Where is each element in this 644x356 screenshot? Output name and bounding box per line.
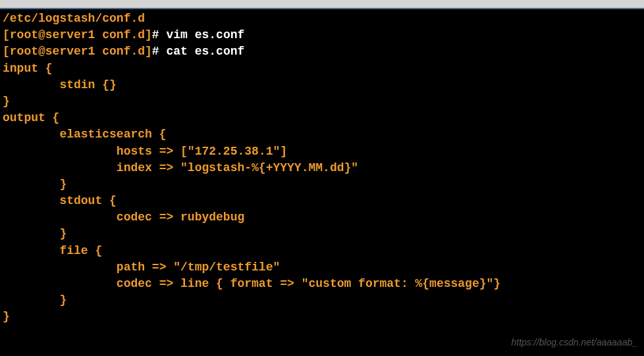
config-line: } <box>3 309 641 325</box>
config-line: path => "/tmp/testfile" <box>3 259 641 276</box>
window-titlebar <box>0 0 644 9</box>
config-line: } <box>3 176 641 193</box>
config-line: stdout { <box>3 193 641 209</box>
command-text: vim es.conf <box>166 28 244 41</box>
config-line: } <box>3 292 641 309</box>
config-line: output { <box>3 110 641 126</box>
prompt-line-1: [root@server1 conf.d]# vim es.conf <box>3 27 641 43</box>
config-line: input { <box>3 61 641 77</box>
command-text: cat es.conf <box>166 45 244 58</box>
config-line: codec => line { format => "custom format… <box>3 276 641 292</box>
prompt-hash: # <box>152 28 159 41</box>
watermark-text: https://blog.csdn.net/aaaaaab_ <box>512 336 637 349</box>
prompt-prefix: [root@server1 conf.d] <box>3 28 152 41</box>
config-line: } <box>3 226 641 242</box>
prompt-line-2: [root@server1 conf.d]# cat es.conf <box>3 43 641 60</box>
current-path: /etc/logstash/conf.d <box>3 11 641 27</box>
config-line: codec => rubydebug <box>3 209 641 226</box>
prompt-prefix: [root@server1 conf.d] <box>3 45 152 58</box>
prompt-hash: # <box>152 45 159 58</box>
config-line: index => "logstash-%{+YYYY.MM.dd}" <box>3 160 641 176</box>
terminal-output[interactable]: /etc/logstash/conf.d [root@server1 conf.… <box>0 9 644 327</box>
config-line: } <box>3 93 641 110</box>
config-line: hosts => ["172.25.38.1"] <box>3 143 641 160</box>
config-line: elasticsearch { <box>3 126 641 143</box>
config-line: file { <box>3 243 641 259</box>
config-line: stdin {} <box>3 77 641 93</box>
